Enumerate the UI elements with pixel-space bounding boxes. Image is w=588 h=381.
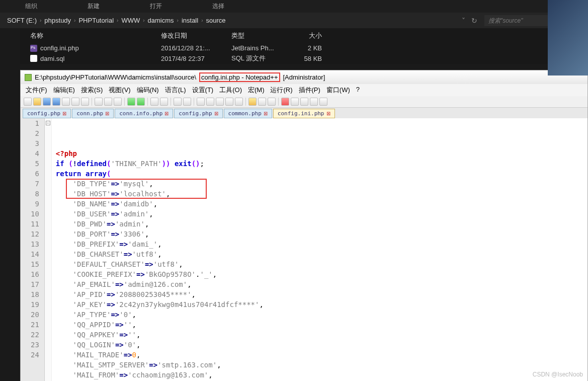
zoom-in-icon[interactable]	[174, 98, 182, 106]
replace-icon[interactable]	[160, 98, 168, 106]
breadcrumb-segment[interactable]: WWW	[121, 17, 140, 24]
menu-item[interactable]: 工具(O)	[217, 86, 244, 95]
find-icon[interactable]	[150, 98, 158, 106]
new-icon[interactable]	[24, 98, 32, 106]
menu-item[interactable]: 插件(P)	[297, 86, 322, 95]
editor-tab[interactable]: config.php⊠	[174, 109, 222, 118]
breadcrumb-segment[interactable]: damicms	[148, 17, 174, 24]
tab-close-icon[interactable]: ⊠	[62, 111, 66, 116]
ribbon-tab[interactable]: 打开	[150, 2, 162, 11]
save-macro-icon[interactable]	[319, 98, 327, 106]
menu-item[interactable]: 设置(T)	[190, 86, 216, 95]
code-line[interactable]: if (!defined('THINK_PATH')) exit();	[56, 159, 264, 169]
editor-tab[interactable]: conn.info.php⊠	[115, 109, 173, 118]
menu-item[interactable]: 视图(V)	[107, 86, 132, 95]
menu-item[interactable]: ?	[354, 86, 362, 95]
ribbon-tab[interactable]: 组织	[25, 2, 37, 11]
code-line[interactable]: 'MAIL_TRADE'=>0,	[56, 350, 264, 360]
breadcrumb-segment[interactable]: PHPTutorial	[78, 17, 114, 24]
show-all-icon[interactable]	[225, 98, 233, 106]
code-line[interactable]: 'DB_USER'=>'admin',	[56, 209, 264, 219]
undo-icon[interactable]	[127, 98, 135, 106]
code-line[interactable]: 'QQ_APPKEY'=>'',	[56, 330, 264, 340]
file-row[interactable]: dami.sql2017/4/8 22:37SQL 源文件58 KB	[20, 53, 588, 64]
func-list-icon[interactable]	[268, 98, 276, 106]
menu-item[interactable]: 运行(R)	[268, 86, 294, 95]
save-icon[interactable]	[43, 98, 51, 106]
redo-icon[interactable]	[137, 98, 145, 106]
indent-guide-icon[interactable]	[235, 98, 243, 106]
code-line[interactable]: 'QQ_APPID'=>'',	[56, 320, 264, 330]
breadcrumb-segment[interactable]: phpstudy	[44, 17, 71, 24]
code-line[interactable]: <?php	[56, 148, 264, 159]
close-icon[interactable]	[62, 98, 70, 106]
breadcrumb-segment[interactable]: SOFT (E:)	[7, 17, 37, 24]
code-line[interactable]: 'AP_PID'=>'208800253045****',	[56, 289, 264, 299]
menu-item[interactable]: 搜索(S)	[79, 86, 105, 95]
menu-item[interactable]: 编码(N)	[135, 86, 161, 95]
code-line[interactable]: return array(	[56, 169, 264, 179]
code-line[interactable]: 'AP_TYPE'=>'0',	[56, 310, 264, 320]
code-line[interactable]: 'DEFAULT_CHARSET'=>'utf8',	[56, 259, 264, 269]
code-line[interactable]: 'COOKIE_PREFIX'=>'BkGOp9578O'.'_',	[56, 269, 264, 279]
menu-item[interactable]: 文件(F)	[24, 86, 49, 95]
open-icon[interactable]	[33, 98, 41, 106]
sync-h-icon[interactable]	[206, 98, 214, 106]
header-date[interactable]: 修改日期	[161, 31, 231, 40]
editor-tab[interactable]: common.php⊠	[224, 109, 272, 118]
code-line[interactable]: 'DB_PREFIX'=>'dami_',	[56, 239, 264, 249]
tab-close-icon[interactable]: ⊠	[105, 111, 109, 116]
dropdown-icon[interactable]: ˅	[462, 17, 465, 25]
sync-v-icon[interactable]	[197, 98, 205, 106]
doc-map-icon[interactable]	[258, 98, 266, 106]
ribbon-tab[interactable]: 新建	[88, 2, 100, 11]
file-list: 名称 修改日期 类型 大小 config.ini.php2016/12/28 2…	[20, 28, 588, 64]
paste-icon[interactable]	[114, 98, 122, 106]
editor-tab[interactable]: conn.php⊠	[72, 109, 114, 118]
code-line[interactable]: 'AP_EMAIL'=>'admin@126.com',	[56, 279, 264, 289]
code-line[interactable]: 'DB_CHARSET'=>'utf8',	[56, 249, 264, 259]
header-type[interactable]: 类型	[231, 31, 292, 40]
play-multi-icon[interactable]	[310, 98, 318, 106]
code-line[interactable]: 'MAIL_FROM'=>'cchaoming@163.com',	[56, 370, 264, 380]
editor-area[interactable]: 123456789101112131415161718192021222324 …	[21, 118, 587, 381]
code-line[interactable]: 'MAIL_SMTP_SERVER'=>'smtp.163.com',	[56, 360, 264, 370]
menu-item[interactable]: 窗口(W)	[324, 86, 352, 95]
code-line[interactable]: 'QQ_LOGIN'=>'0',	[56, 340, 264, 350]
tab-close-icon[interactable]: ⊠	[326, 111, 330, 116]
menu-item[interactable]: 宏(M)	[246, 86, 267, 95]
breadcrumb[interactable]: SOFT (E:)›phpstudy›PHPTutorial›WWW›damic…	[3, 15, 455, 26]
copy-icon[interactable]	[104, 98, 112, 106]
stop-icon[interactable]	[291, 98, 299, 106]
record-icon[interactable]	[281, 98, 289, 106]
editor-tab[interactable]: config.php⊠	[23, 109, 71, 118]
breadcrumb-segment[interactable]: source	[206, 17, 226, 24]
wrap-icon[interactable]	[216, 98, 224, 106]
code-line[interactable]: 'AP_KEY'=>'2c42yn37ykwg0m41us704r41dfcf*…	[56, 299, 264, 310]
ribbon-tab[interactable]: 选择	[212, 2, 224, 11]
editor-tab[interactable]: config.ini.php⊠	[273, 109, 335, 118]
zoom-out-icon[interactable]	[183, 98, 191, 106]
close-all-icon[interactable]	[71, 98, 79, 106]
header-name[interactable]: 名称	[30, 31, 161, 40]
folder-icon[interactable]	[248, 98, 257, 106]
menu-item[interactable]: 语言(L)	[163, 86, 188, 95]
play-icon[interactable]	[300, 98, 308, 106]
cut-icon[interactable]	[95, 98, 103, 106]
tab-close-icon[interactable]: ⊠	[214, 111, 218, 116]
code-line[interactable]: 'DB_PORT'=>'3306',	[56, 229, 264, 239]
menu-item[interactable]: 编辑(E)	[51, 86, 77, 95]
header-size[interactable]: 大小	[292, 31, 322, 40]
code-line[interactable]: 'DB_NAME'=>'damidb',	[56, 199, 264, 209]
code-line[interactable]: 'DB_PWD'=>'admin',	[56, 219, 264, 229]
code-content[interactable]: <?phpif (!defined('THINK_PATH')) exit();…	[52, 118, 268, 381]
tab-close-icon[interactable]: ⊠	[164, 111, 169, 116]
breadcrumb-segment[interactable]: install	[182, 17, 198, 24]
tab-close-icon[interactable]: ⊠	[264, 111, 268, 116]
fold-margin[interactable]: −	[45, 118, 52, 381]
column-headers[interactable]: 名称 修改日期 类型 大小	[20, 28, 588, 43]
file-row[interactable]: config.ini.php2016/12/28 21:...JetBrains…	[20, 43, 588, 53]
refresh-icon[interactable]: ↻	[471, 17, 477, 25]
print-icon[interactable]	[81, 98, 89, 106]
save-all-icon[interactable]	[52, 98, 60, 106]
